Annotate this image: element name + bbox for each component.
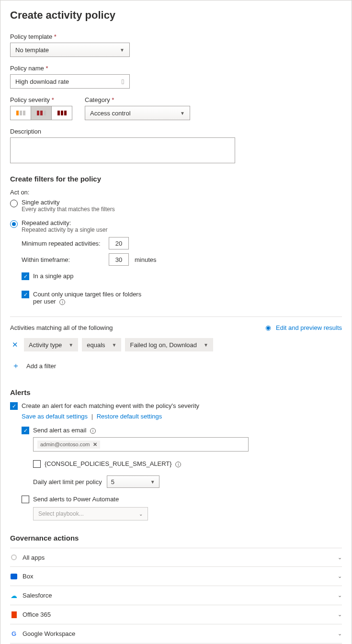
playbook-select[interactable]: Select playbook... ⌄ <box>33 507 148 520</box>
single-activity-sub: Every activity that matches the filters <box>22 206 115 213</box>
checkbox-sms-alert[interactable] <box>33 460 41 468</box>
category-select[interactable]: Access control ▼ <box>85 106 190 120</box>
chevron-down-icon: ⌄ <box>338 631 342 637</box>
daily-limit-label: Daily alert limit per policy <box>33 478 102 486</box>
checkbox-power-automate[interactable] <box>22 496 29 503</box>
policy-template-value: No template <box>15 46 49 54</box>
box-icon <box>10 573 18 580</box>
chevron-down-icon: ▼ <box>68 342 73 348</box>
min-repeated-input[interactable]: 20 <box>109 237 129 249</box>
policy-template-select[interactable]: No template ▼ <box>10 43 130 57</box>
governance-item-allapps[interactable]: All apps ⌄ <box>10 548 342 567</box>
remove-filter-button[interactable]: ✕ <box>10 340 20 349</box>
chevron-down-icon: ▼ <box>204 342 208 348</box>
create-alert-label: Create an alert for each matching event … <box>22 402 199 409</box>
severity-high[interactable] <box>52 106 72 120</box>
filter-field-select[interactable]: Activity type ▼ <box>24 338 78 351</box>
governance-item-box[interactable]: Box ⌄ <box>10 567 342 586</box>
restore-default-link[interactable]: Restore default settings <box>97 413 162 420</box>
plus-icon[interactable]: ＋ <box>10 361 22 371</box>
timeframe-label: Within timeframe: <box>22 256 103 263</box>
checkbox-single-app[interactable]: ✓ <box>22 272 29 280</box>
chevron-down-icon: ⌄ <box>139 511 143 517</box>
min-repeated-label: Minimum repeated activities: <box>22 240 103 247</box>
input-clear-icon[interactable]: ▯ <box>121 78 125 85</box>
single-activity-label: Single activity <box>22 199 115 206</box>
filters-heading: Create filters for the policy <box>10 175 342 183</box>
activities-matching-label: Activities matching all of the following <box>10 324 113 331</box>
description-label: Description <box>10 128 342 135</box>
severity-group <box>10 106 72 120</box>
governance-heading: Governance actions <box>10 534 342 542</box>
eye-icon: ◉ <box>265 324 271 331</box>
chevron-down-icon: ▼ <box>150 479 155 485</box>
checkbox-unique-files[interactable]: ✓ <box>22 291 29 298</box>
severity-low[interactable] <box>11 106 31 120</box>
checkbox-create-alert[interactable]: ✓ <box>10 402 18 410</box>
repeated-activity-sub: Repeated activity by a single user <box>22 226 107 233</box>
email-recipients-input[interactable]: admin@contoso.com ✕ <box>33 437 249 452</box>
chevron-down-icon: ⌄ <box>338 592 342 599</box>
single-app-label: In a single app <box>33 272 74 280</box>
sms-alert-label: {CONSOLE_POLICIES_RULE_SMS_ALERT} <box>45 460 172 467</box>
chevron-down-icon: ⌄ <box>338 573 342 579</box>
chevron-down-icon: ▼ <box>112 342 117 348</box>
info-icon[interactable]: i <box>90 428 96 434</box>
office365-icon <box>10 611 18 619</box>
policy-name-input[interactable]: High download rate ▯ <box>10 74 130 89</box>
filter-value-select[interactable]: Failed log on, Download ▼ <box>125 338 213 351</box>
unique-files-label: Count only unique target files or folder… <box>33 291 141 305</box>
chevron-down-icon: ▼ <box>120 47 125 53</box>
email-alert-label: Send alert as email <box>33 427 86 434</box>
chevron-down-icon: ▼ <box>180 111 185 116</box>
power-automate-label: Send alerts to Power Automate <box>33 496 119 503</box>
save-default-link[interactable]: Save as default settings <box>22 413 88 420</box>
chip-remove-icon[interactable]: ✕ <box>93 441 97 448</box>
preview-results-link[interactable]: ◉ Edit and preview results <box>265 324 342 331</box>
timeframe-unit: minutes <box>135 256 157 263</box>
filter-op-select[interactable]: equals ▼ <box>82 338 121 351</box>
info-icon[interactable]: i <box>175 462 181 467</box>
email-chip: admin@contoso.com ✕ <box>37 441 100 449</box>
governance-item-salesforce[interactable]: ☁ Salesforce ⌄ <box>10 586 342 605</box>
timeframe-input[interactable]: 30 <box>109 253 129 266</box>
page-title: Create activity policy <box>10 9 342 22</box>
info-icon[interactable]: i <box>59 299 65 305</box>
repeated-activity-label: Repeated activity: <box>22 219 107 226</box>
google-icon: G <box>10 630 18 638</box>
severity-medium[interactable] <box>31 106 52 120</box>
salesforce-icon: ☁ <box>10 592 18 599</box>
policy-name-label: Policy name <box>10 65 342 72</box>
act-on-label: Act on: <box>10 189 342 196</box>
divider <box>10 316 342 317</box>
description-textarea[interactable] <box>10 137 235 163</box>
allapps-icon <box>10 554 18 561</box>
category-label: Category <box>85 96 190 103</box>
chevron-down-icon: ⌄ <box>338 611 342 618</box>
policy-severity-label: Policy severity <box>10 96 72 103</box>
checkbox-email-alert[interactable]: ✓ <box>22 427 29 434</box>
radio-repeated-activity[interactable] <box>10 220 18 228</box>
daily-limit-select[interactable]: 5 ▼ <box>107 475 159 488</box>
radio-single-activity[interactable] <box>10 200 18 207</box>
policy-name-value: High download rate <box>15 78 69 85</box>
chevron-down-icon: ⌄ <box>338 554 342 561</box>
alerts-heading: Alerts <box>10 388 342 396</box>
governance-item-gworkspace[interactable]: G Google Workspace ⌄ <box>10 624 342 644</box>
category-value: Access control <box>90 110 131 117</box>
add-filter-link[interactable]: Add a filter <box>26 362 56 370</box>
governance-item-office365[interactable]: Office 365 ⌄ <box>10 605 342 624</box>
policy-template-label: Policy template <box>10 33 342 40</box>
